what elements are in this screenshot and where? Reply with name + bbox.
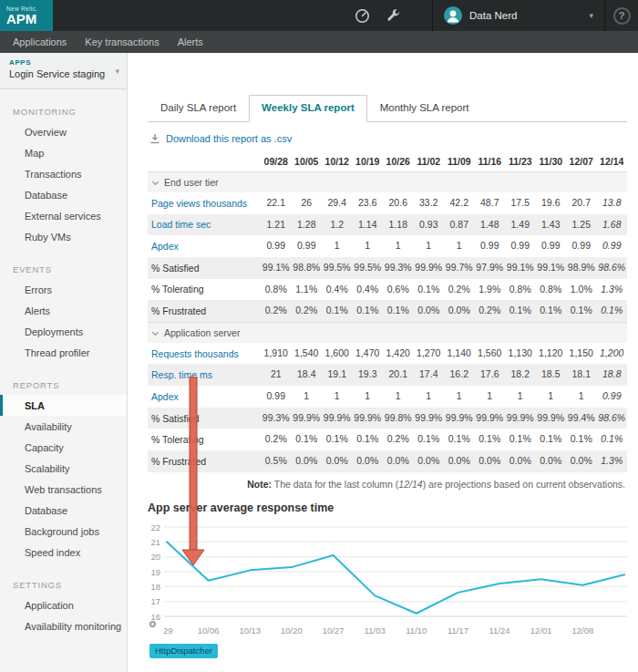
cell: 1 bbox=[292, 386, 323, 408]
column-header-11-30: 11/30 bbox=[536, 151, 567, 172]
sidebar-item-overview[interactable]: Overview bbox=[0, 121, 127, 142]
cell: 1,150 bbox=[566, 343, 597, 365]
tools-button[interactable] bbox=[377, 0, 408, 31]
y-tick-label: 19 bbox=[150, 567, 160, 577]
projection-note: Note: The data for the last column (12/1… bbox=[148, 479, 625, 490]
x-tick-label: 11/03 bbox=[365, 625, 386, 636]
table-row-page-views-thousands: Page views thousands22.12629.423.620.633… bbox=[148, 192, 627, 214]
sidebar-item-database[interactable]: Database bbox=[0, 184, 127, 205]
x-tick-label: 12/08 bbox=[571, 625, 593, 636]
cell: 99.3% bbox=[261, 408, 292, 429]
table-row-tolerating: % Tolerating0.8%1.1%0.4%0.4%0.6%0.1%0.2%… bbox=[148, 279, 627, 301]
table-row-apdex: Apdex0.9911111111110.99 bbox=[148, 386, 627, 408]
help-button[interactable]: ? bbox=[605, 0, 638, 31]
cell: 17.6 bbox=[475, 364, 506, 386]
cell: 98.9% bbox=[566, 257, 597, 279]
new-relic-apm-logo[interactable]: New Relic. APM bbox=[0, 0, 53, 31]
x-tick-label: 10/06 bbox=[198, 625, 220, 636]
cell: 1 bbox=[444, 386, 475, 408]
cell: 20.6 bbox=[383, 192, 414, 214]
row-link-resp-time-ms[interactable]: Resp. time ms bbox=[151, 369, 212, 380]
y-tick-label: 17 bbox=[150, 596, 160, 606]
cell: 1.14 bbox=[353, 214, 384, 236]
row-link-apdex[interactable]: Apdex bbox=[151, 241, 179, 252]
row-link-load-time-sec[interactable]: Load time sec bbox=[151, 219, 211, 230]
cell: 1 bbox=[566, 386, 597, 408]
app-selector-label: APPS bbox=[9, 58, 119, 67]
download-report[interactable]: Download this report as .csv bbox=[149, 133, 627, 144]
section-row-application-server[interactable]: Application server bbox=[148, 322, 627, 343]
chart-legend-httpdispatcher[interactable]: HttpDispatcher bbox=[149, 644, 218, 658]
app-selector[interactable]: APPS Login Service staging ▾ bbox=[0, 53, 127, 89]
sidebar-item-web-transactions[interactable]: Web transactions bbox=[0, 479, 127, 500]
tab-weekly-sla-report[interactable]: Weekly SLA report bbox=[249, 95, 367, 122]
table-row-satisfied: % Satisfied99.3%99.9%99.9%99.9%99.8%99.9… bbox=[148, 408, 627, 429]
row-link-page-views-thousands[interactable]: Page views thousands bbox=[151, 198, 247, 209]
cell: 0.0% bbox=[292, 450, 323, 472]
cell: 0.1% bbox=[353, 429, 384, 450]
cell: 1,540 bbox=[292, 343, 323, 365]
chart-x-axis: /2910/0610/1310/2010/2711/0311/1011/1711… bbox=[164, 624, 627, 637]
row-link-requests-thousands[interactable]: Requests thousands bbox=[151, 348, 239, 359]
sidebar-item-deployments[interactable]: Deployments bbox=[0, 321, 127, 342]
row-link-apdex[interactable]: Apdex bbox=[151, 391, 179, 402]
row-label-cell: Page views thousands bbox=[148, 192, 261, 214]
row-label-cell: Apdex bbox=[148, 235, 261, 257]
cell: 1 bbox=[444, 235, 475, 257]
cell: 97.9% bbox=[475, 257, 506, 279]
tab-monthly-sla-report[interactable]: Monthly SLA report bbox=[367, 95, 482, 121]
nav-item-alerts[interactable]: Alerts bbox=[169, 36, 212, 47]
sidebar-item-availability-monitoring[interactable]: Availability monitoring bbox=[0, 615, 127, 636]
column-header-11-09: 11/09 bbox=[444, 151, 475, 172]
nav-item-key-transactions[interactable]: Key transactions bbox=[76, 36, 168, 47]
row-label-cell: % Tolerating bbox=[148, 429, 261, 450]
sidebar-item-transactions[interactable]: Transactions bbox=[0, 163, 127, 184]
chevron-down-icon: ▾ bbox=[589, 11, 593, 20]
sidebar-item-background-jobs[interactable]: Background jobs bbox=[0, 521, 127, 542]
chart-title: App server average response time bbox=[148, 501, 627, 514]
table-corner-cell bbox=[148, 151, 261, 172]
sidebar-item-speed-index[interactable]: Speed index bbox=[0, 542, 127, 563]
cell: 99.9% bbox=[292, 408, 323, 429]
cell: 1 bbox=[383, 235, 414, 257]
sidebar-item-map[interactable]: Map bbox=[0, 142, 127, 163]
column-header-12-14: 12/14 bbox=[597, 151, 628, 172]
cell: 1,140 bbox=[444, 343, 475, 365]
cell: 20.7 bbox=[566, 192, 597, 214]
sidebar-item-scalability[interactable]: Scalability bbox=[0, 458, 127, 479]
sidebar-item-ruby-vms[interactable]: Ruby VMs bbox=[0, 226, 127, 247]
table-row-apdex: Apdex0.990.99111110.990.990.990.990.99 bbox=[148, 235, 627, 257]
section-row-end-user-tier[interactable]: End user tier bbox=[148, 172, 627, 193]
sidebar-item-alerts[interactable]: Alerts bbox=[0, 300, 127, 321]
row-label-cell: Requests thousands bbox=[148, 343, 261, 365]
sidebar-item-errors[interactable]: Errors bbox=[0, 279, 127, 300]
nav-item-applications[interactable]: Applications bbox=[4, 36, 76, 47]
column-header-12-07: 12/07 bbox=[566, 151, 597, 172]
download-link[interactable]: Download this report as .csv bbox=[166, 133, 292, 144]
cell: 99.1% bbox=[261, 257, 292, 279]
cell: 19.1 bbox=[322, 364, 353, 386]
sidebar-item-database[interactable]: Database bbox=[0, 500, 127, 521]
sidebar-item-sla[interactable]: SLA bbox=[0, 395, 127, 416]
cell: 16.2 bbox=[444, 364, 475, 386]
sidebar-item-capacity[interactable]: Capacity bbox=[0, 437, 127, 458]
table-row-requests-thousands: Requests thousands1,9101,5401,6001,4701,… bbox=[148, 343, 627, 365]
cell: 1,560 bbox=[475, 343, 506, 365]
section-cell: Application server bbox=[148, 322, 627, 343]
chart-drag-handle-icon[interactable] bbox=[149, 621, 156, 627]
status-gauge-button[interactable] bbox=[346, 0, 377, 31]
sidebar-item-external-services[interactable]: External services bbox=[0, 205, 127, 226]
sidebar-item-application[interactable]: Application bbox=[0, 594, 127, 615]
x-tick-label: 10/13 bbox=[239, 625, 261, 636]
cell: 99.1% bbox=[536, 257, 567, 279]
cell: 0.1% bbox=[322, 429, 353, 450]
tab-daily-sla-report[interactable]: Daily SLA report bbox=[148, 95, 249, 121]
cell: 0.8% bbox=[261, 279, 292, 301]
cell: 0.1% bbox=[536, 429, 567, 450]
sidebar-item-availability[interactable]: Availability bbox=[0, 416, 127, 437]
row-label-cell: % Satisfied bbox=[148, 408, 261, 429]
cell: 48.7 bbox=[475, 192, 506, 214]
user-menu[interactable]: Data Nerd ▾ bbox=[432, 0, 605, 31]
cell: 99.5% bbox=[353, 257, 384, 279]
sidebar-item-thread-profiler[interactable]: Thread profiler bbox=[0, 342, 127, 363]
